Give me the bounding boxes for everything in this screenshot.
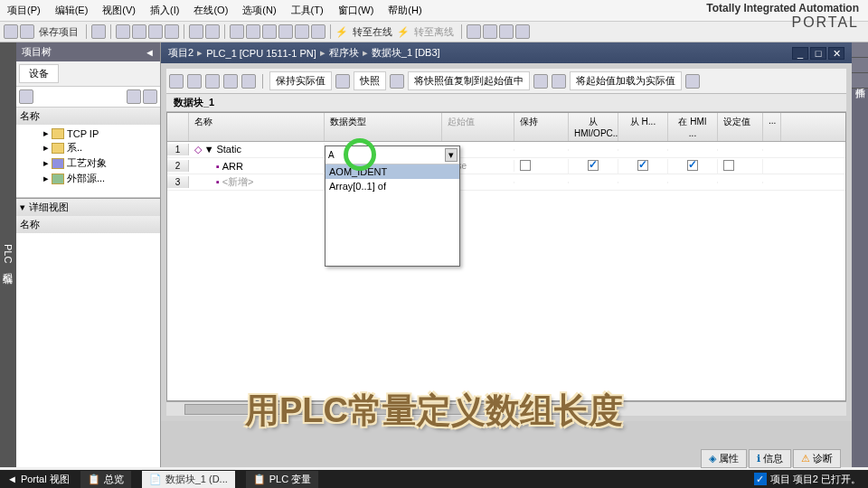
portal-view-button[interactable]: ◄ Portal 视图	[7, 473, 70, 486]
col-init[interactable]: 起始值	[442, 113, 514, 141]
load-icon[interactable]	[533, 74, 548, 89]
overview-tab[interactable]: 📋 总览	[80, 471, 131, 488]
checkbox[interactable]	[723, 160, 734, 171]
brand-sub: PORTAL	[706, 14, 859, 31]
keep-actual-button[interactable]: 保持实际值	[269, 71, 332, 90]
libs-tab[interactable]: 库	[852, 58, 868, 73]
menu-options[interactable]: 选项(N)	[239, 2, 279, 19]
new-icon[interactable]	[4, 24, 18, 39]
trace-icon[interactable]	[311, 24, 326, 39]
col-hmi2[interactable]: 从 H...	[618, 113, 668, 141]
menu-tools[interactable]: 工具(T)	[288, 2, 327, 19]
left-side-tab[interactable]: PLC 编程	[0, 42, 16, 467]
copy-snapshot-button[interactable]: 将快照值复制到起始值中	[408, 71, 530, 90]
bc-project[interactable]: 项目2	[168, 46, 193, 60]
dropdown-item[interactable]: AOM_IDENT	[326, 164, 459, 179]
tree-icon3[interactable]	[143, 89, 157, 104]
menu-window[interactable]: 窗口(W)	[335, 2, 378, 19]
table-row[interactable]: 3 ▪ <新增>	[167, 174, 845, 191]
type-input[interactable]	[327, 148, 445, 162]
minimize-button[interactable]: _	[792, 47, 808, 60]
plcvar-tab[interactable]: 📋 PLC 变量	[246, 471, 318, 488]
et-icon[interactable]	[169, 74, 184, 89]
snapshot-button[interactable]: 快照	[354, 71, 386, 90]
brand: Totally Integrated Automation PORTAL	[706, 2, 859, 31]
collapse-icon[interactable]: ◄	[145, 47, 155, 58]
tree-icon1[interactable]	[19, 89, 33, 104]
info-tab[interactable]: ℹ信息	[749, 449, 791, 468]
tree-item[interactable]: ▸ 外部源...	[18, 171, 158, 186]
et-icon[interactable]	[187, 74, 202, 89]
open-icon[interactable]	[20, 24, 34, 39]
tree-item[interactable]: ▸ 工艺对象	[18, 155, 158, 171]
checkbox[interactable]	[588, 160, 599, 171]
undo-icon[interactable]	[189, 24, 203, 39]
close-button[interactable]: ✕	[828, 47, 844, 60]
tree-item[interactable]: ▸ 系..	[18, 140, 158, 155]
et-icon[interactable]	[223, 74, 238, 89]
print-icon[interactable]	[91, 24, 106, 39]
et-end-icon[interactable]	[685, 74, 700, 89]
redo-icon[interactable]	[205, 24, 220, 39]
load-start-button[interactable]: 将起始值加载为实际值	[570, 71, 682, 90]
bc-plc[interactable]: PLC_1 [CPU 1511-1 PN]	[206, 48, 316, 59]
a3-icon[interactable]	[499, 24, 514, 39]
tasks-tab[interactable]: 任务	[852, 42, 868, 58]
dropdown-item[interactable]: Array[0..1] of	[326, 179, 459, 193]
menu-help[interactable]: 帮助(H)	[384, 2, 425, 19]
name-column-header: 名称	[16, 108, 160, 125]
et-icon[interactable]	[241, 74, 256, 89]
col-hmi1[interactable]: 从 HMI/OPC..	[569, 113, 618, 141]
sim-icon[interactable]	[295, 24, 309, 39]
bottom-tabs: ◈属性 ℹ信息 ⚠诊断	[701, 449, 841, 468]
save-button[interactable]: 保存项目	[36, 25, 81, 39]
checkbox[interactable]	[687, 160, 698, 171]
col-type[interactable]: 数据类型	[325, 113, 442, 141]
table-row[interactable]: 1 ◇ ▼ Static	[167, 142, 845, 158]
a2-icon[interactable]	[483, 24, 497, 39]
detail-view-header[interactable]: ▾ 详细视图	[16, 198, 160, 216]
menu-online[interactable]: 在线(O)	[190, 2, 231, 19]
block-tab[interactable]: 📄 数据块_1 (D...	[142, 471, 235, 488]
go-online-button[interactable]: 转至在线	[350, 25, 395, 39]
properties-tab[interactable]: ◈属性	[701, 449, 747, 468]
et-icon[interactable]	[205, 74, 220, 89]
menu-project[interactable]: 项目(P)	[4, 2, 44, 19]
col-hmi3[interactable]: 在 HMI ...	[668, 113, 718, 141]
devices-tab[interactable]: 设备	[19, 64, 59, 83]
grid-header: 名称 数据类型 起始值 保持 从 HMI/OPC.. 从 H... 在 HMI …	[167, 113, 845, 142]
dropdown-button-icon[interactable]: ▾	[445, 148, 458, 162]
data-grid: 名称 数据类型 起始值 保持 从 HMI/OPC.. 从 H... 在 HMI …	[166, 112, 846, 401]
checkbox[interactable]	[520, 160, 531, 171]
maximize-button[interactable]: □	[810, 47, 826, 60]
col-keep[interactable]: 保持	[514, 113, 569, 141]
col-more[interactable]: ...	[763, 113, 781, 141]
load-icon2[interactable]	[552, 74, 566, 89]
snapshot-icon[interactable]	[335, 74, 350, 89]
delete-icon[interactable]	[165, 24, 179, 39]
copy-snap-icon[interactable]	[390, 74, 404, 89]
block-title: 数据块_1	[166, 94, 846, 112]
diagnostics-tab[interactable]: ⚠诊断	[793, 449, 841, 468]
search-icon[interactable]	[278, 24, 293, 39]
cut-icon[interactable]	[116, 24, 130, 39]
menu-view[interactable]: 视图(V)	[99, 2, 139, 19]
col-set[interactable]: 设定值	[718, 113, 763, 141]
compile-icon[interactable]	[230, 24, 244, 39]
tree-icon2[interactable]	[127, 89, 141, 104]
plugins-tab[interactable]: 插件	[852, 73, 868, 89]
table-row[interactable]: 2 ▪ ARR false	[167, 158, 845, 174]
upload-icon[interactable]	[262, 24, 277, 39]
col-name[interactable]: 名称	[189, 113, 325, 141]
bc-blocks[interactable]: 程序块	[329, 46, 359, 60]
checkbox[interactable]	[637, 160, 648, 171]
type-dropdown[interactable]: ▾ AOM_IDENT Array[0..1] of	[325, 145, 460, 267]
menu-edit[interactable]: 编辑(E)	[52, 2, 92, 19]
tree-item[interactable]: ▸ TCP IP	[18, 127, 158, 140]
a4-icon[interactable]	[515, 24, 530, 39]
a1-icon[interactable]	[467, 24, 481, 39]
menu-insert[interactable]: 插入(I)	[146, 2, 183, 19]
paste-icon[interactable]	[148, 24, 163, 39]
download-icon[interactable]	[246, 24, 260, 39]
copy-icon[interactable]	[132, 24, 146, 39]
